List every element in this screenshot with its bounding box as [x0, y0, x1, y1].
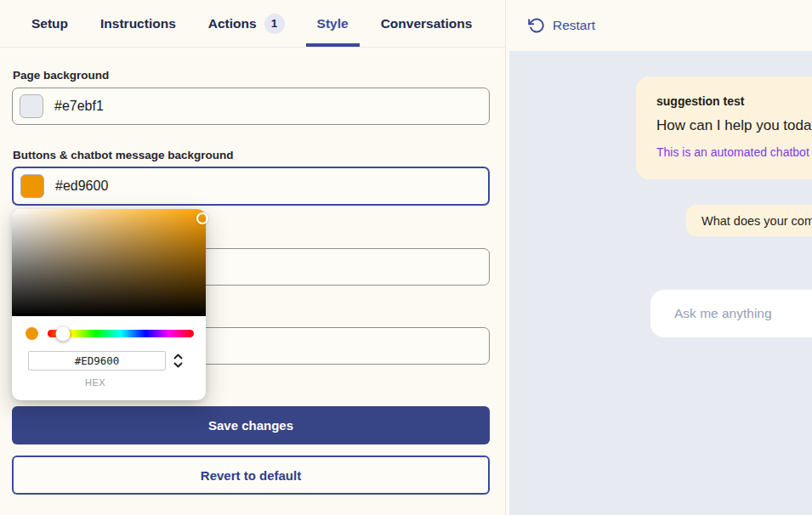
hue-slider[interactable]	[48, 330, 194, 337]
bot-message-title: suggestion test	[656, 94, 812, 108]
suggestion-chip[interactable]: What does your com	[686, 205, 812, 236]
tab-label: Conversations	[381, 16, 473, 31]
hex-stepper[interactable]	[173, 354, 183, 368]
page-background-input[interactable]: #e7ebf1	[12, 88, 490, 125]
bot-message-card: suggestion test How can I help you today…	[636, 76, 812, 179]
saturation-gradient-area[interactable]	[12, 209, 206, 316]
chat-message-input[interactable]	[650, 290, 812, 337]
bot-message-disclaimer: This is an automated chatbot r	[656, 145, 812, 159]
buttons-background-label: Buttons & chatbot message background	[13, 149, 234, 161]
tab-label: Actions	[208, 16, 257, 31]
bot-message-body: How can I help you today	[656, 117, 812, 134]
page-background-swatch[interactable]	[20, 94, 43, 118]
hex-input-row: #ED9600	[12, 340, 206, 371]
restart-icon	[528, 17, 545, 34]
tab-label: Instructions	[100, 16, 176, 31]
actions-count-badge: 1	[264, 14, 285, 34]
chevron-down-icon[interactable]	[173, 362, 183, 368]
tab-label: Setup	[31, 16, 68, 31]
tab-bar: Setup Instructions Actions 1 Style Conve…	[0, 0, 505, 48]
current-color-dot	[26, 327, 38, 340]
tab-conversations[interactable]: Conversations	[370, 0, 484, 47]
revert-default-button[interactable]: Revert to default	[12, 456, 490, 495]
tab-label: Style	[317, 16, 349, 31]
restart-button[interactable]: Restart	[528, 17, 595, 34]
page-background-value: #e7ebf1	[54, 99, 104, 114]
preview-header: Restart	[507, 0, 812, 51]
tab-actions[interactable]: Actions 1	[197, 0, 296, 47]
tab-instructions[interactable]: Instructions	[89, 0, 187, 47]
hex-format-label: HEX	[12, 377, 179, 388]
buttons-background-value: #ed9600	[55, 178, 108, 194]
restart-label: Restart	[553, 18, 595, 33]
hue-slider-handle[interactable]	[56, 326, 71, 341]
chat-preview-area: suggestion test How can I help you today…	[509, 51, 812, 515]
color-picker-popup: #ED9600 HEX	[12, 209, 206, 400]
chevron-up-icon[interactable]	[173, 354, 183, 359]
hex-value-input[interactable]: #ED9600	[28, 351, 166, 371]
tab-setup[interactable]: Setup	[20, 0, 79, 47]
saturation-cursor[interactable]	[196, 212, 208, 224]
buttons-background-swatch[interactable]	[20, 174, 44, 198]
tab-style[interactable]: Style	[306, 0, 360, 47]
buttons-background-input[interactable]: #ed9600	[12, 167, 490, 206]
page-background-label: Page background	[13, 69, 109, 82]
save-changes-button[interactable]: Save changes	[12, 406, 490, 444]
style-settings-panel: Setup Instructions Actions 1 Style Conve…	[0, 0, 506, 515]
hue-slider-row	[12, 316, 206, 340]
chat-preview-panel: Restart suggestion test How can I help y…	[507, 0, 812, 515]
